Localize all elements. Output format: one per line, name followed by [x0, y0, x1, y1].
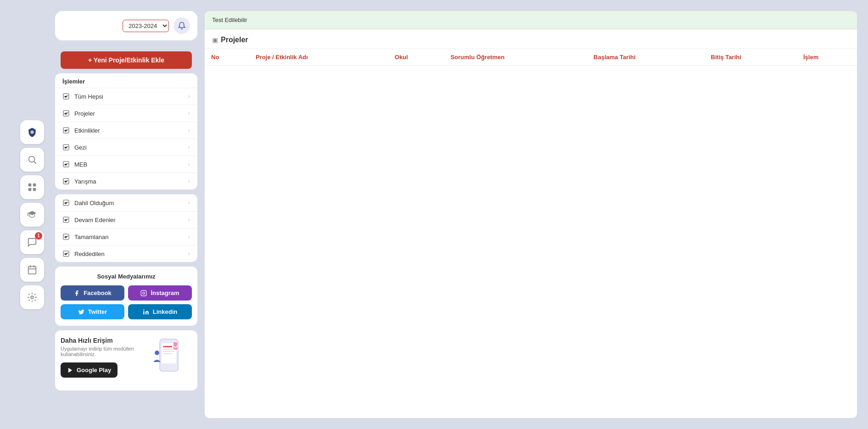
chevron-icon-6: ›: [188, 178, 190, 184]
logo-icon: [27, 127, 37, 137]
menu-item-projeler[interactable]: Projeler ›: [55, 105, 197, 122]
menu-label-yarisma: Yarışma: [74, 178, 96, 185]
facebook-button[interactable]: Facebook: [61, 285, 124, 301]
social-grid: Facebook İnstagram Twitter Linkedin: [61, 285, 192, 319]
checkbox-icon-6: [62, 178, 70, 185]
notification-button[interactable]: [174, 17, 190, 34]
twitter-label: Twitter: [88, 308, 107, 315]
settings-button[interactable]: [20, 285, 44, 309]
menu-section-label: İşlemler: [55, 73, 197, 88]
svg-marker-21: [68, 368, 72, 373]
play-icon: [67, 367, 73, 373]
svg-rect-6: [28, 266, 36, 274]
svg-point-0: [30, 130, 34, 134]
projects-table: No Proje / Etkinlik Adı Okul Sorumlu Öğr…: [205, 49, 857, 66]
bell-icon: [178, 22, 186, 30]
menu-item-tamamlanan[interactable]: Tamamlanan ›: [55, 228, 197, 245]
add-project-button[interactable]: + Yeni Proje/Etkinlik Ekle: [61, 51, 192, 69]
google-play-label: Google Play: [77, 367, 111, 373]
chevron-icon-2: ›: [188, 110, 190, 117]
menu-item-dahil[interactable]: Dahil Olduğum ›: [55, 194, 197, 211]
svg-point-7: [31, 296, 34, 299]
collapse-icon[interactable]: ▣: [212, 36, 218, 44]
checkbox-icon-9: [62, 233, 70, 240]
svg-rect-24: [163, 346, 172, 347]
app-illustration: [151, 337, 192, 384]
checkbox-icon-4: [62, 144, 70, 151]
col-end: Bitiş Tarihi: [705, 49, 797, 66]
chevron-icon-10: ›: [188, 251, 190, 257]
app-download-card: Daha Hızlı Erişim Uygulamayı indirip tüm…: [55, 330, 197, 390]
chevron-icon-3: ›: [188, 127, 190, 134]
twitter-button[interactable]: Twitter: [61, 304, 124, 319]
twitter-icon: [78, 309, 84, 315]
chevron-icon-7: ›: [188, 200, 190, 206]
menu-item-gezi[interactable]: Gezi ›: [55, 139, 197, 156]
svg-rect-26: [163, 351, 175, 352]
table-header-row: No Proje / Etkinlik Adı Okul Sorumlu Öğr…: [205, 49, 857, 66]
checkbox-icon-8: [62, 216, 70, 223]
chevron-icon-5: ›: [188, 161, 190, 167]
svg-rect-4: [28, 188, 31, 190]
instagram-label: İnstagram: [151, 290, 179, 296]
app-card-desc: Uygulamayı indirip tüm modülleri kullana…: [61, 346, 146, 357]
icon-rail: 1: [20, 120, 44, 309]
logo-button[interactable]: [20, 120, 44, 144]
menu-label-tamamlanan: Tamamlanan: [74, 234, 108, 240]
chat-icon: [27, 237, 37, 247]
menu-label-meb: MEB: [74, 161, 87, 168]
sidebar: 2023-2024 2022-2023 2021-2022 + Yeni Pro…: [55, 11, 197, 418]
menu-label-dahil: Dahil Olduğum: [74, 200, 114, 206]
checkbox-icon-7: [62, 199, 70, 206]
menu-label-reddedilen: Reddedilen: [74, 251, 105, 257]
menu-item-yarisma[interactable]: Yarışma ›: [55, 173, 197, 189]
settings-icon: [27, 292, 37, 302]
menu-item-tum-hepsi[interactable]: Tüm Hepsi ›: [55, 88, 197, 105]
col-name: Proje / Etkinlik Adı: [249, 49, 388, 66]
menu-label-tum-hepsi: Tüm Hepsi: [74, 93, 103, 100]
menu-label-projeler: Projeler: [74, 110, 95, 117]
svg-rect-3: [33, 183, 36, 186]
svg-point-29: [155, 351, 159, 355]
sidebar-header: 2023-2024 2022-2023 2021-2022: [55, 11, 197, 40]
col-action: İşlem: [797, 49, 857, 66]
checkbox-icon-10: [62, 250, 70, 257]
instagram-icon: [140, 290, 147, 296]
grid-button[interactable]: [20, 175, 44, 199]
svg-rect-18: [141, 290, 147, 296]
checkbox-icon: [62, 93, 70, 100]
svg-rect-5: [33, 188, 36, 190]
svg-rect-2: [28, 183, 31, 186]
table-container: No Proje / Etkinlik Adı Okul Sorumlu Öğr…: [205, 49, 857, 66]
menu-item-meb[interactable]: MEB ›: [55, 156, 197, 173]
instagram-button[interactable]: İnstagram: [128, 285, 192, 301]
google-play-button[interactable]: Google Play: [61, 362, 118, 378]
social-card: Sosyal Medyalarımız Facebook İnstagram T…: [55, 267, 197, 326]
linkedin-button[interactable]: Linkedin: [128, 304, 192, 319]
menu-item-etkinlikler[interactable]: Etkinlikler ›: [55, 122, 197, 139]
chevron-icon-8: ›: [188, 217, 190, 223]
col-teacher: Sorumlu Öğretmen: [444, 49, 587, 66]
grid-icon: [27, 182, 37, 192]
chevron-icon: ›: [188, 93, 190, 100]
search-icon: [27, 155, 37, 165]
menu-item-devam[interactable]: Devam Edenler ›: [55, 211, 197, 228]
projects-panel: ▣ Projeler No Proje / Etkinlik Adı Okul …: [205, 29, 857, 418]
menu-label-gezi: Gezi: [74, 144, 87, 151]
chat-button[interactable]: 1: [20, 230, 44, 254]
svg-point-20: [143, 309, 144, 310]
table-head: No Proje / Etkinlik Adı Okul Sorumlu Öğr…: [205, 49, 857, 66]
col-start: Başlama Tarihi: [587, 49, 705, 66]
year-select[interactable]: 2023-2024 2022-2023 2021-2022: [123, 20, 169, 32]
col-no: No: [205, 49, 249, 66]
calendar-button[interactable]: [20, 258, 44, 282]
col-school: Okul: [388, 49, 444, 66]
menu-label-devam: Devam Edenler: [74, 217, 116, 223]
education-button[interactable]: [20, 203, 44, 227]
test-banner: Test Edilebilir: [205, 11, 857, 29]
menu-item-reddedilen[interactable]: Reddedilen ›: [55, 245, 197, 262]
chevron-icon-4: ›: [188, 144, 190, 150]
menu-label-etkinlikler: Etkinlikler: [74, 127, 100, 134]
social-title: Sosyal Medyalarımız: [61, 273, 192, 280]
search-button[interactable]: [20, 148, 44, 172]
